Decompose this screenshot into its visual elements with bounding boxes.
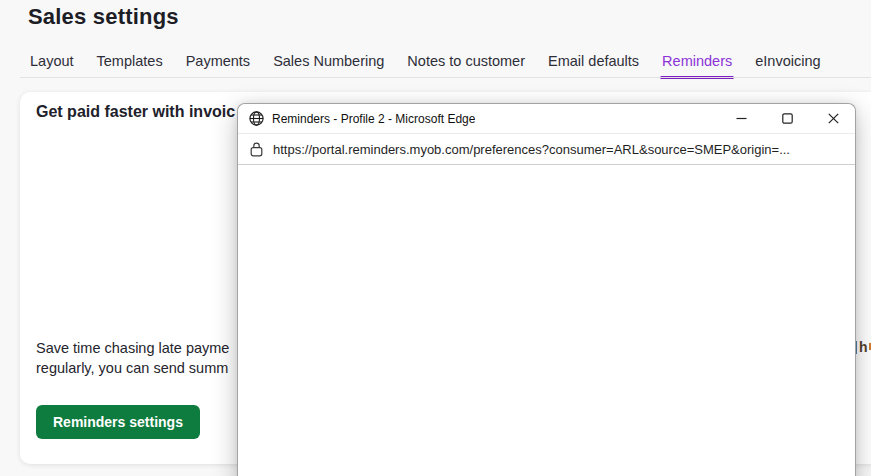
globe-icon: [249, 111, 264, 126]
tab-reminders[interactable]: Reminders: [660, 53, 734, 77]
card-paragraph: Save time chasing late payme regularly, …: [36, 338, 229, 378]
tab-templates[interactable]: Templates: [95, 53, 165, 77]
lock-icon[interactable]: [250, 142, 263, 157]
tab-bar: Layout Templates Payments Sales Numberin…: [28, 53, 823, 77]
reminders-settings-button[interactable]: Reminders settings: [36, 405, 200, 439]
popup-url-bar[interactable]: https://portal.reminders.myob.com/prefer…: [238, 134, 855, 165]
url-text[interactable]: https://portal.reminders.myob.com/prefer…: [273, 142, 790, 157]
sales-settings-page: Sales settings Layout Templates Payments…: [0, 0, 871, 476]
tab-layout[interactable]: Layout: [28, 53, 76, 77]
tab-notes-to-customer[interactable]: Notes to customer: [405, 53, 527, 77]
maximize-button[interactable]: [773, 108, 801, 130]
minimize-icon: [736, 113, 747, 124]
tab-einvoicing[interactable]: eInvoicing: [753, 53, 822, 77]
tab-payments[interactable]: Payments: [184, 53, 252, 77]
page-title: Sales settings: [28, 4, 179, 30]
popup-title: Reminders - Profile 2 - Microsoft Edge: [272, 112, 475, 126]
close-button[interactable]: [819, 108, 847, 130]
minimize-button[interactable]: [727, 108, 755, 130]
popup-content: [238, 165, 855, 476]
edge-popup-window: Reminders - Profile 2 - Microsoft Edge: [237, 103, 856, 476]
obscured-text-fragment: h: [855, 341, 871, 354]
maximize-icon: [782, 113, 793, 124]
card-paragraph-line2: regularly, you can send summ: [36, 358, 229, 378]
tab-email-defaults[interactable]: Email defaults: [546, 53, 641, 77]
obscured-glyph-text: h: [859, 341, 868, 354]
tab-sales-numbering[interactable]: Sales Numbering: [271, 53, 386, 77]
window-controls: [727, 108, 847, 130]
popup-titlebar[interactable]: Reminders - Profile 2 - Microsoft Edge: [238, 104, 855, 134]
tabs-divider: [20, 77, 871, 78]
card-paragraph-line1: Save time chasing late payme: [36, 338, 229, 358]
card-heading: Get paid faster with invoic: [36, 103, 235, 121]
close-icon: [828, 113, 839, 124]
